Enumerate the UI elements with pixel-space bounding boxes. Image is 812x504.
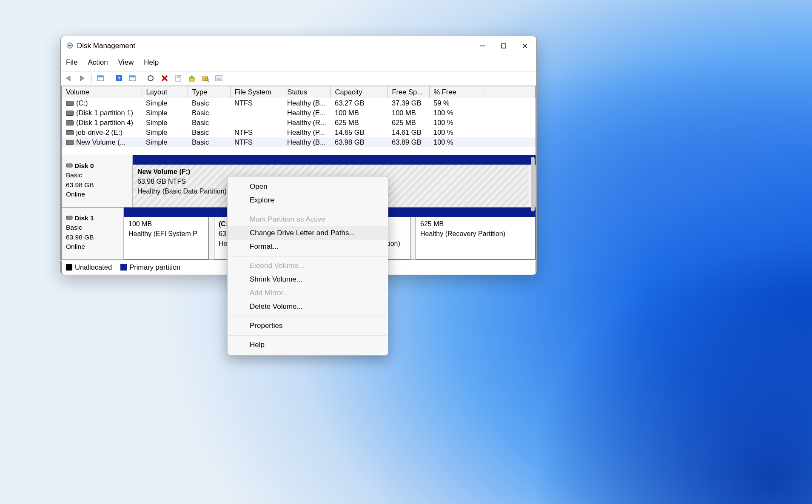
context-menu-item[interactable]: Properties [228,319,388,333]
app-icon [66,42,74,51]
column-header[interactable]: Volume [62,86,142,98]
menu-view[interactable]: View [118,58,134,67]
context-menu-item: Extend Volume... [228,259,388,273]
menu-file[interactable]: File [66,58,77,67]
context-menu-item[interactable]: Shrink Volume... [228,273,388,286]
find-icon[interactable] [200,73,211,84]
svg-rect-16 [189,77,194,81]
close-button[interactable] [514,36,536,56]
maximize-button[interactable] [493,36,514,56]
column-header[interactable]: Status [283,86,330,98]
panel-icon[interactable] [95,73,106,84]
scrollbar-thumb[interactable] [531,157,535,211]
volume-row[interactable]: (C:)SimpleBasicNTFSHealthy (B...63.27 GB… [62,98,536,108]
svg-rect-11 [129,76,135,77]
toolbar: ? [61,71,536,85]
window-title: Disk Management [77,42,135,50]
volume-row[interactable]: (Disk 1 partition 1)SimpleBasicHealthy (… [62,108,536,118]
svg-text:?: ? [117,75,121,82]
panel2-icon[interactable] [127,73,138,84]
svg-point-1 [68,45,71,46]
column-header[interactable]: Free Sp... [387,86,429,98]
svg-rect-25 [66,216,72,219]
context-menu-item[interactable]: Help [228,338,388,352]
context-menu-item[interactable]: Delete Volume... [228,300,388,313]
column-header[interactable]: Layout [142,86,188,98]
svg-rect-24 [66,164,72,167]
context-menu-item[interactable]: Explore [228,194,388,207]
partition[interactable]: 625 MBHealthy (Recovery Partition) [416,217,536,259]
up-icon[interactable] [186,73,197,84]
column-header[interactable]: Type [188,86,230,98]
delete-icon[interactable] [159,73,170,84]
menubar: File Action View Help [61,56,536,71]
volume-row[interactable]: New Volume (...SimpleBasicNTFSHealthy (B… [62,137,536,147]
partition[interactable]: 100 MBHealthy (EFI System P [124,217,209,259]
column-header[interactable]: % Free [429,86,484,98]
forward-icon[interactable] [77,73,88,84]
swatch-unallocated [66,264,72,271]
list-icon[interactable] [214,73,225,84]
minimize-button[interactable] [472,36,493,56]
column-header[interactable]: File System [230,86,283,98]
context-menu-item[interactable]: Open [228,180,388,194]
svg-rect-7 [97,76,103,77]
titlebar[interactable]: Disk Management [61,36,536,56]
context-menu-item: Mark Partition as Active [228,213,388,226]
properties-icon[interactable] [173,73,184,84]
svg-point-12 [148,76,153,81]
context-menu[interactable]: OpenExploreMark Partition as ActiveChang… [227,176,388,356]
help-icon[interactable]: ? [114,73,125,84]
back-icon[interactable] [63,73,74,84]
volume-list[interactable]: VolumeLayoutTypeFile SystemStatusCapacit… [61,86,536,155]
disk-info[interactable]: Disk 1Basic63.98 GBOnline [62,208,124,259]
context-menu-item[interactable]: Change Drive Letter and Paths... [228,226,388,240]
volume-row[interactable]: (Disk 1 partition 4)SimpleBasicHealthy (… [62,118,536,128]
menu-help[interactable]: Help [144,58,159,67]
volume-row[interactable]: job-drive-2 (E:)SimpleBasicNTFSHealthy (… [62,128,536,137]
svg-rect-3 [501,44,506,48]
refresh-icon[interactable] [145,73,157,84]
context-menu-item: Add Mirror... [228,286,388,300]
svg-line-19 [208,80,209,82]
menu-action[interactable]: Action [88,58,108,67]
column-header[interactable]: Capacity [330,86,387,98]
swatch-primary [120,264,127,271]
context-menu-item[interactable]: Format... [228,240,388,253]
disk-info[interactable]: Disk 0Basic63.98 GBOnline [62,155,133,207]
